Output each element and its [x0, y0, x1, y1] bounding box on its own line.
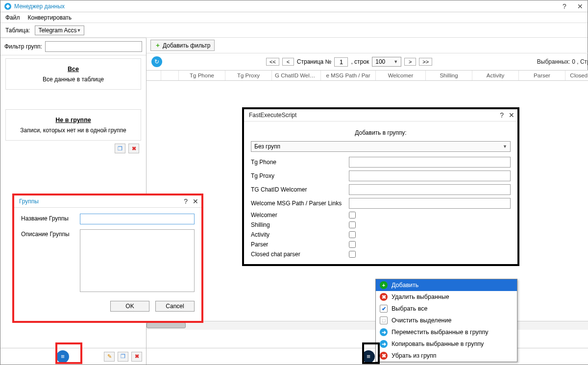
header-checkbox[interactable]: [147, 71, 161, 80]
col-parser[interactable]: Parser: [519, 71, 565, 80]
page-next[interactable]: >: [404, 58, 416, 66]
page-prev[interactable]: <: [282, 58, 294, 66]
page-input[interactable]: [334, 57, 348, 67]
check-icon: ✔: [380, 305, 388, 313]
ctx-item-4[interactable]: ➜Переместить выбранные в группу: [376, 326, 517, 338]
col-shilling[interactable]: Shilling: [426, 71, 472, 80]
fes-dialog-title: FastExecuteScript: [249, 112, 296, 119]
app-icon: [4, 3, 11, 10]
move-icon: ➜: [380, 328, 388, 336]
delete-button-2[interactable]: ✖: [131, 352, 142, 362]
fes-dialog-help[interactable]: ?: [500, 111, 504, 119]
help-button[interactable]: ?: [560, 2, 569, 11]
pager: ↻ << < Страница № , строк 100 ▼ > >> Выб…: [147, 53, 588, 70]
clear-icon: □: [380, 316, 388, 324]
group-name-label: Название Группы: [21, 214, 76, 222]
page-first[interactable]: <<: [266, 58, 279, 66]
group-nogroup[interactable]: Не в группе Записи, которых нет ни в одн…: [5, 109, 141, 141]
col-activity[interactable]: Activity: [472, 71, 519, 80]
page-label: Страница №: [297, 58, 332, 65]
close-button[interactable]: ✕: [576, 2, 585, 11]
list-menu-button[interactable]: ≡: [56, 350, 69, 363]
ctx-item-2[interactable]: ✔Выбрать все: [376, 303, 517, 315]
fes-field-label: Tg Proxy: [251, 172, 349, 179]
copy-groups-button[interactable]: ❐: [115, 144, 125, 153]
group-filter-row: Фильтр групп:: [0, 38, 146, 55]
fes-field-label: Welcomer: [251, 212, 349, 219]
table-select[interactable]: Telegram Accs ▼: [35, 25, 84, 35]
fes-field-label: Welcome MSG Path / Parser Links: [251, 200, 349, 207]
col-chatid[interactable]: G ChatID Welcome: [272, 71, 321, 80]
del-icon: ✖: [380, 293, 388, 301]
group-desc-label: Описание Группы: [21, 229, 76, 238]
fes-field-label: TG ChatID Welcomer: [251, 186, 349, 193]
refresh-button[interactable]: ↻: [151, 56, 162, 67]
fes-text-input[interactable]: [349, 198, 511, 209]
group-all[interactable]: Все Все данные в таблице: [5, 58, 141, 90]
table-label: Таблица:: [5, 27, 30, 34]
copy-button-2[interactable]: ❐: [118, 352, 128, 362]
col-tg-proxy[interactable]: Tg Proxy: [225, 71, 272, 80]
col-closedchat[interactable]: Closed chat p: [565, 71, 588, 80]
delete-group-button[interactable]: ✖: [128, 144, 139, 153]
group-filter-label: Фильтр групп:: [4, 43, 42, 50]
fes-field-label: Shilling: [251, 221, 349, 228]
grid-header: Tg Phone Tg Proxy G ChatID Welcome e MSG…: [147, 70, 588, 81]
menu-file[interactable]: Файл: [5, 14, 20, 21]
fes-checkbox[interactable]: [349, 231, 356, 238]
group-all-title: Все: [11, 66, 136, 73]
groups-dialog-close[interactable]: ✕: [193, 197, 198, 205]
fes-field-label: Closed chat parser: [251, 251, 349, 258]
ctx-item-label: Переместить выбранные в группу: [392, 329, 488, 336]
ctx-item-label: Убрать из групп: [392, 352, 437, 359]
rem-icon: ✖: [380, 352, 388, 360]
fes-checkbox[interactable]: [349, 221, 356, 228]
fes-field-1: Tg Proxy: [251, 170, 511, 181]
fes-text-input[interactable]: [349, 157, 511, 168]
menu-convert[interactable]: Конвертировать: [28, 14, 72, 21]
ctx-item-label: Очистить выделение: [392, 317, 451, 324]
right-bottom-toolbar: ≡: [147, 348, 588, 365]
scroll-thumb[interactable]: [147, 322, 186, 328]
fes-field-5: Shilling: [251, 221, 511, 228]
window-title: Менеджер данных: [14, 3, 65, 10]
horizontal-scrollbar[interactable]: [147, 321, 588, 330]
table-selector-row: Таблица: Telegram Accs ▼: [0, 23, 588, 38]
groups-dialog-help[interactable]: ?: [184, 197, 188, 205]
cancel-button[interactable]: Cancel: [155, 301, 195, 312]
fes-field-label: Tg Phone: [251, 159, 349, 166]
ok-button[interactable]: OK: [110, 301, 149, 312]
fastexecute-dialog: FastExecuteScript ? ✕ Добавить в группу:…: [242, 107, 519, 266]
fes-dialog-close[interactable]: ✕: [509, 111, 514, 119]
sidebar-bottom-toolbar: ≡ ✎ ❐ ✖: [0, 348, 146, 365]
plus-icon: ＋: [155, 41, 161, 49]
fes-text-input[interactable]: [349, 170, 511, 181]
fes-group-select[interactable]: Без групп ▼: [251, 141, 511, 152]
group-name-input[interactable]: [80, 214, 195, 224]
rows-select[interactable]: 100 ▼: [372, 57, 401, 67]
fes-checkbox[interactable]: [349, 212, 356, 219]
fes-text-input[interactable]: [349, 184, 511, 195]
ctx-item-1[interactable]: ✖Удалить выбранные: [376, 291, 517, 303]
group-nogroup-title: Не в группе: [11, 117, 136, 123]
col-welcomer[interactable]: Welcomer: [376, 71, 426, 80]
window-titlebar: Менеджер данных ? ✕: [0, 0, 588, 12]
fes-group-value: Без групп: [254, 143, 280, 150]
group-desc-input[interactable]: [80, 229, 195, 292]
edit-button[interactable]: ✎: [104, 352, 115, 362]
ctx-item-0[interactable]: +Добавить: [376, 279, 517, 291]
fes-checkbox[interactable]: [349, 241, 356, 248]
fes-checkbox[interactable]: [349, 251, 356, 258]
chevron-down-icon: ▼: [503, 144, 507, 149]
ctx-item-3[interactable]: □Очистить выделение: [376, 315, 517, 326]
right-list-menu-button[interactable]: ≡: [362, 350, 375, 363]
add-filter-button[interactable]: ＋ Добавить фильтр: [150, 40, 215, 51]
ctx-item-6[interactable]: ✖Убрать из групп: [376, 350, 517, 362]
col-tg-phone[interactable]: Tg Phone: [179, 71, 225, 80]
groups-dialog: Группы ? ✕ Название Группы Описание Груп…: [12, 194, 203, 323]
ctx-item-5[interactable]: ➜Копировать выбранные в группу: [376, 338, 517, 350]
group-filter-input[interactable]: [45, 41, 142, 52]
rows-label: , строк: [351, 58, 369, 65]
col-msgpath[interactable]: e MSG Path / Par: [321, 71, 376, 80]
page-last[interactable]: >>: [419, 58, 432, 66]
